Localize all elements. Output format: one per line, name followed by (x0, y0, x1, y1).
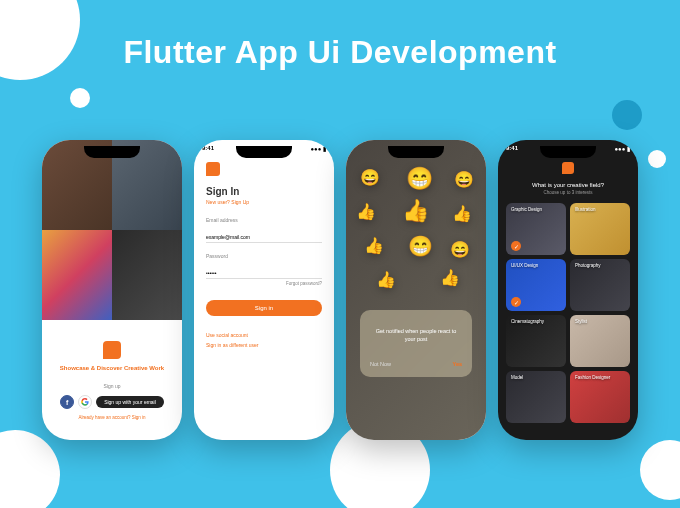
check-icon: ✓ (511, 297, 521, 307)
facebook-signup-button[interactable]: f (60, 395, 74, 409)
not-now-button[interactable]: Not Now (370, 361, 391, 367)
grin-emoji-icon: 😁 (408, 234, 433, 258)
phone-notch (84, 146, 140, 158)
status-icons: ●●● ▮ (614, 145, 630, 152)
bg-circle (70, 88, 90, 108)
thumbs-up-emoji-icon: 👍 (452, 204, 472, 223)
tile-label: Photography (575, 263, 601, 268)
bg-circle (0, 430, 60, 508)
onboarding-footer: Already have an account? Sign in (58, 415, 166, 420)
status-time: 9:41 (202, 145, 214, 152)
signin-title: Sign In (206, 186, 322, 197)
signin-button[interactable]: Sign in (206, 300, 322, 316)
interest-tile-stylist[interactable]: Stylist (570, 315, 630, 367)
password-label: Password (206, 253, 322, 259)
phone-notch (388, 146, 444, 158)
interests-subtitle: Choose up to 3 interests (506, 190, 630, 195)
email-label: Email address (206, 217, 322, 223)
bg-circle (640, 440, 680, 500)
interest-tile-fashion[interactable]: Fashion Designer (570, 371, 630, 423)
signup-link[interactable]: Sign Up (231, 199, 249, 205)
google-icon (81, 398, 89, 406)
phone-mockup-signin: 9:41 ●●● ▮ Sign In New user? Sign Up Ema… (194, 140, 334, 440)
tile-label: UI/UX Design (511, 263, 538, 268)
email-input[interactable] (206, 232, 322, 243)
check-icon: ✓ (511, 241, 521, 251)
phone-mockup-onboarding: Showcase & Discover Creative Work Sign u… (42, 140, 182, 440)
status-icons: ●●● ▮ (310, 145, 326, 152)
interests-question: What is your creative field? (506, 182, 630, 188)
forgot-password-link[interactable]: Forgot password? (206, 281, 322, 286)
app-logo-icon (562, 162, 574, 174)
onboarding-card: Showcase & Discover Creative Work Sign u… (50, 329, 174, 430)
interest-tile-cinematography[interactable]: Cinematography (506, 315, 566, 367)
tile-label: Model (511, 375, 523, 380)
grin-emoji-icon: 😁 (406, 166, 433, 192)
onboarding-image-grid (42, 140, 182, 320)
different-user-link[interactable]: Sign in as different user (206, 342, 322, 348)
app-logo-icon (206, 162, 220, 176)
grid-image (112, 230, 182, 320)
interest-tile-photography[interactable]: Photography (570, 259, 630, 311)
interest-tile-graphic-design[interactable]: Graphic Design ✓ (506, 203, 566, 255)
footer-text: Already have an account? (78, 415, 131, 420)
onboarding-headline: Showcase & Discover Creative Work (58, 365, 166, 373)
interest-tile-uiux[interactable]: UI/UX Design ✓ (506, 259, 566, 311)
interest-tile-illustration[interactable]: Illustration (570, 203, 630, 255)
interest-tile-model[interactable]: Model (506, 371, 566, 423)
thumbs-up-emoji-icon: 👍 (440, 268, 460, 287)
thumbs-up-emoji-icon: 👍 (356, 202, 376, 221)
tile-label: Illustration (575, 207, 596, 212)
phone-mockup-interests: 9:41 ●●● ▮ What is your creative field? … (498, 140, 638, 440)
smile-emoji-icon: 😄 (360, 168, 380, 187)
sub-text: New user? (206, 199, 231, 205)
thumbs-up-emoji-icon: 👍 (364, 236, 384, 255)
signup-label: Sign up (58, 383, 166, 389)
password-input[interactable] (206, 268, 322, 279)
tile-label: Fashion Designer (575, 375, 610, 380)
interests-grid: Graphic Design ✓ Illustration UI/UX Desi… (506, 203, 630, 423)
notification-prompt-card: Get notified when people react to your p… (360, 310, 472, 377)
phone-mockup-notification: 😄 😁 😄 👍 👍 👍 👍 😁 😄 👍 👍 Get notified when … (346, 140, 486, 440)
status-time: 9:41 (506, 145, 518, 152)
signin-subtitle: New user? Sign Up (206, 199, 322, 205)
phone-notch (236, 146, 292, 158)
thumbs-up-emoji-icon: 👍 (402, 198, 429, 224)
grid-image (42, 230, 112, 320)
notification-prompt-text: Get notified when people react to your p… (370, 328, 462, 343)
tile-label: Stylist (575, 319, 587, 324)
bg-circle (612, 100, 642, 130)
thumbs-up-emoji-icon: 👍 (376, 270, 396, 289)
yes-button[interactable]: Yes (453, 361, 462, 367)
smile-emoji-icon: 😄 (450, 240, 470, 259)
tile-label: Cinematography (511, 319, 544, 324)
hero-title: Flutter App Ui Development (0, 34, 680, 71)
bg-circle (648, 150, 666, 168)
phone-mockups-row: Showcase & Discover Creative Work Sign u… (42, 140, 638, 440)
tile-label: Graphic Design (511, 207, 542, 212)
google-signup-button[interactable] (78, 395, 92, 409)
app-logo-icon (103, 341, 121, 359)
smile-emoji-icon: 😄 (454, 170, 474, 189)
email-signup-button[interactable]: Sign up with your email (96, 396, 164, 408)
phone-notch (540, 146, 596, 158)
sign-in-link[interactable]: Sign in (132, 415, 146, 420)
social-account-link[interactable]: Use social account (206, 332, 322, 338)
